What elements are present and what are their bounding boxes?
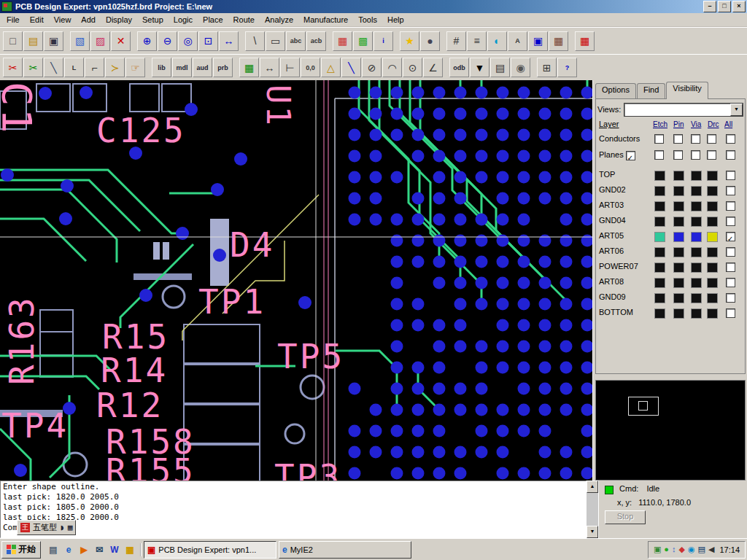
ime-logo-icon[interactable]: 王 [20, 523, 30, 532]
swatch-etch[interactable] [654, 262, 665, 273]
swatch-pin[interactable] [673, 293, 684, 303]
swatch-pin[interactable] [673, 186, 684, 196]
tab-options[interactable]: Options [595, 83, 636, 98]
tab-find[interactable]: Find [637, 83, 665, 98]
swatch-drc[interactable] [707, 201, 718, 211]
ime-pen-icon[interactable]: ◗ [60, 523, 65, 533]
command-prompt[interactable]: Command: [3, 523, 584, 533]
grid-toggle-button[interactable]: # [446, 31, 466, 51]
checkbox-all[interactable] [726, 217, 735, 226]
taskbar-task[interactable]: eMyIE2 [279, 541, 411, 559]
calculator-button[interactable]: ⊞ [537, 58, 557, 77]
checkbox[interactable] [654, 150, 664, 160]
zoom-fit-button[interactable]: ◎ [178, 31, 198, 51]
zoom-previous-button[interactable]: ↔ [219, 31, 239, 51]
swatch-via[interactable] [691, 232, 702, 242]
swatch-pin[interactable] [673, 262, 684, 273]
messenger-tray-icon[interactable]: ◆ [679, 545, 685, 553]
checkbox[interactable] [691, 150, 700, 160]
snapshot-button[interactable]: ◉ [511, 58, 530, 77]
update-tray-icon[interactable]: ◉ [688, 545, 695, 553]
menu-tools[interactable]: Tools [353, 14, 382, 26]
menu-setup[interactable]: Setup [137, 14, 169, 26]
menu-place[interactable]: Place [198, 14, 228, 26]
draw-dot-button[interactable]: ⊙ [403, 58, 422, 77]
add-line-button[interactable]: \ [245, 31, 265, 51]
media-player-icon[interactable]: ▶ [77, 543, 90, 556]
swatch-drc[interactable] [707, 247, 718, 257]
cut-symbol-button[interactable]: ✂ [23, 58, 43, 77]
checkbox-all[interactable] [726, 247, 735, 257]
swatch-drc[interactable] [707, 262, 718, 273]
preview-pane[interactable] [595, 380, 746, 481]
checkbox[interactable] [726, 150, 735, 160]
ruler-button[interactable]: △ [321, 58, 341, 77]
add-text-button[interactable]: abc [286, 31, 306, 51]
checkbox-planes[interactable] [626, 151, 635, 160]
highlight-button[interactable]: ★ [400, 31, 419, 51]
taskbar-task[interactable]: ▣PCB Design Expert: vpn1... [144, 541, 276, 559]
menu-edit[interactable]: Edit [25, 14, 49, 26]
swatch-via[interactable] [691, 262, 702, 273]
swatch-via[interactable] [691, 293, 702, 303]
swatch-etch[interactable] [654, 293, 665, 303]
report-list-button[interactable]: ≡ [467, 31, 487, 51]
chevron-down-icon[interactable]: ▼ [730, 104, 743, 116]
start-button[interactable]: 开始 [1, 541, 41, 559]
volume-tray-icon[interactable]: ◀ [708, 545, 714, 553]
menu-file[interactable]: File [1, 14, 25, 26]
swatch-etch[interactable] [654, 247, 665, 257]
angle-button[interactable]: ∠ [423, 58, 443, 77]
checkbox[interactable] [707, 150, 716, 160]
prb-button[interactable]: prb [213, 58, 233, 77]
minimize-button[interactable]: – [703, 1, 716, 12]
component-button[interactable]: ▦ [549, 31, 568, 51]
swatch-via[interactable] [691, 278, 702, 288]
checkbox-all[interactable] [726, 201, 735, 211]
menu-view[interactable]: View [49, 14, 77, 26]
network-tray-icon[interactable]: ↕ [672, 545, 676, 553]
swatch-pin[interactable] [673, 201, 684, 211]
close-button[interactable]: × [732, 1, 746, 12]
swatch-drc[interactable] [707, 278, 718, 288]
swatch-pin[interactable] [673, 171, 684, 181]
measure-button[interactable]: ⊢ [280, 58, 300, 77]
swatch-etch[interactable] [654, 171, 665, 181]
checkbox[interactable] [654, 134, 664, 144]
swatch-etch[interactable] [654, 232, 665, 242]
checkbox-all[interactable] [726, 232, 735, 241]
draw-arc-button[interactable]: ◠ [382, 58, 402, 77]
filter-button[interactable]: ▼ [470, 58, 489, 77]
zoom-in-button[interactable]: ⊕ [137, 31, 157, 51]
menu-logic[interactable]: Logic [169, 14, 198, 26]
properties-button[interactable]: ▣ [528, 31, 548, 51]
swatch-via[interactable] [691, 171, 702, 181]
delete-button[interactable]: ✕ [111, 31, 131, 51]
checkbox-all[interactable] [726, 308, 735, 318]
draw-circle-button[interactable]: ⊘ [362, 58, 382, 77]
mail-icon[interactable]: ✉ [93, 543, 106, 556]
checkbox-all[interactable] [726, 293, 735, 303]
lib-button[interactable]: lib [152, 58, 171, 77]
edit-text-button[interactable]: acb [306, 31, 326, 51]
world-view-button[interactable]: ◐ [487, 31, 507, 51]
swatch-drc[interactable] [707, 171, 718, 181]
command-console[interactable]: Enter shape outline.last pick: 1820.0 20… [0, 481, 587, 538]
checkbox-all[interactable] [726, 171, 735, 180]
tab-visibility[interactable]: Visibility [666, 82, 708, 99]
mdl-button[interactable]: mdl [172, 58, 192, 77]
swatch-pin[interactable] [673, 278, 684, 288]
scroll-up-icon[interactable]: ▲ [587, 481, 598, 493]
play-button[interactable]: ≻ [105, 58, 125, 77]
pan-hand-button[interactable]: ☞ [125, 58, 145, 77]
antivirus-tray-icon[interactable]: ● [664, 545, 669, 553]
console-scrollbar[interactable]: ▲ ▼ [587, 481, 598, 538]
swatch-etch[interactable] [654, 186, 665, 196]
swatch-etch[interactable] [654, 217, 665, 227]
swatch-via[interactable] [691, 308, 702, 319]
visibility-dialog-button[interactable]: ▩ [353, 31, 373, 51]
show-desktop-icon[interactable]: ▤ [47, 543, 60, 556]
ime-keyboard-icon[interactable]: ▦ [68, 523, 73, 533]
checkbox[interactable] [673, 134, 683, 144]
open-button[interactable]: ▤ [23, 31, 43, 51]
